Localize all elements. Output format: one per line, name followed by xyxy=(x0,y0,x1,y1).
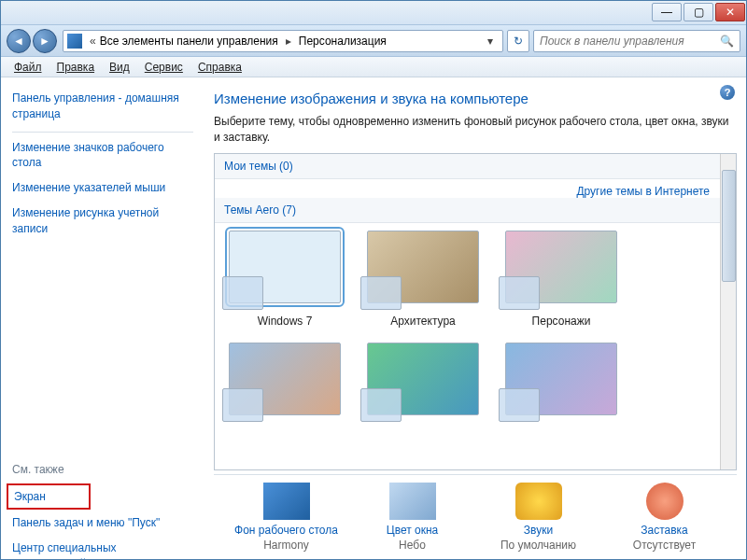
maximize-button[interactable]: ▢ xyxy=(684,3,713,21)
scroll-thumb[interactable] xyxy=(722,170,736,282)
breadcrumb-item[interactable]: Персонализация xyxy=(299,35,387,48)
dropdown-arrow-icon[interactable]: ▾ xyxy=(482,35,499,48)
more-themes-link[interactable]: Другие темы в Интернете xyxy=(576,185,710,198)
theme-item[interactable]: Архитектура xyxy=(362,231,484,328)
desktop-bg-icon xyxy=(263,483,310,520)
action-subtitle: По умолчанию xyxy=(500,539,576,552)
window-color-icon xyxy=(389,483,436,520)
window-overlay-icon xyxy=(222,276,263,310)
section-my-themes: Мои темы (0) xyxy=(215,154,736,179)
theme-item[interactable]: Персонажи xyxy=(500,231,622,328)
action-screensaver[interactable]: Заставка Отсутствует xyxy=(609,483,721,552)
action-title: Звуки xyxy=(524,524,553,537)
main-content: ? Изменение изображения и звука на компь… xyxy=(204,77,746,559)
action-sounds[interactable]: Звуки По умолчанию xyxy=(483,483,595,552)
breadcrumb-item[interactable]: Все элементы панели управления xyxy=(100,35,278,48)
action-title: Заставка xyxy=(641,524,688,537)
section-aero-themes: Темы Aero (7) xyxy=(215,198,736,223)
theme-thumbnail xyxy=(505,343,617,415)
sidebar: Панель управления - домашняя страница Из… xyxy=(1,77,204,559)
close-button[interactable]: ✕ xyxy=(715,3,745,21)
window-overlay-icon xyxy=(360,276,402,310)
chevron-right-icon: ▸ xyxy=(278,35,299,48)
theme-list-pane: Мои темы (0) Другие темы в Интернете Тем… xyxy=(214,153,737,470)
menu-file[interactable]: Файл xyxy=(7,59,49,76)
window-overlay-icon xyxy=(360,388,402,422)
scrollbar[interactable] xyxy=(720,154,736,469)
title-bar: — ▢ ✕ xyxy=(1,1,746,25)
action-title: Цвет окна xyxy=(387,524,438,537)
action-window-color[interactable]: Цвет окна Небо xyxy=(357,483,469,552)
chevron-icon: « xyxy=(90,35,96,48)
bottom-actions: Фон рабочего стола Harmony Цвет окна Неб… xyxy=(214,474,737,559)
help-icon[interactable]: ? xyxy=(720,85,735,100)
back-button[interactable]: ◄ xyxy=(7,29,31,53)
theme-item[interactable] xyxy=(500,343,622,415)
menu-help[interactable]: Справка xyxy=(190,59,249,76)
theme-item-selected[interactable]: Windows 7 xyxy=(224,231,345,328)
see-also-header: См. также xyxy=(12,463,193,476)
address-bar: ◄ ► « Все элементы панели управления ▸ П… xyxy=(1,25,746,57)
breadcrumb-bar[interactable]: « Все элементы панели управления ▸ Персо… xyxy=(63,30,503,52)
menu-view[interactable]: Вид xyxy=(102,59,137,76)
theme-thumbnail xyxy=(505,231,617,303)
action-subtitle: Небо xyxy=(399,539,426,552)
menu-tools[interactable]: Сервис xyxy=(137,59,190,76)
theme-label: Персонажи xyxy=(532,315,591,328)
sidebar-home-link[interactable]: Панель управления - домашняя страница xyxy=(12,91,193,122)
menu-bar: Файл Правка Вид Сервис Справка xyxy=(1,57,746,77)
menu-edit[interactable]: Правка xyxy=(49,59,103,76)
window-overlay-icon xyxy=(499,388,540,422)
sidebar-link-screen-highlighted[interactable]: Экран xyxy=(7,483,91,511)
window-overlay-icon xyxy=(499,276,540,310)
theme-thumbnail xyxy=(229,231,341,303)
window-overlay-icon xyxy=(222,388,263,422)
page-description: Выберите тему, чтобы одновременно измени… xyxy=(214,114,737,146)
sidebar-link-taskbar[interactable]: Панель задач и меню "Пуск" xyxy=(12,515,193,531)
theme-label: Windows 7 xyxy=(258,315,313,328)
sidebar-link-account-pic[interactable]: Изменение рисунка учетной записи xyxy=(12,205,193,237)
action-subtitle: Отсутствует xyxy=(633,539,696,552)
action-title: Фон рабочего стола xyxy=(234,524,338,537)
theme-item[interactable] xyxy=(224,343,345,415)
search-box[interactable]: 🔍 xyxy=(533,30,740,52)
theme-item[interactable] xyxy=(362,343,484,415)
action-desktop-bg[interactable]: Фон рабочего стола Harmony xyxy=(231,483,343,552)
minimize-button[interactable]: — xyxy=(652,3,682,21)
sidebar-link-pointers[interactable]: Изменение указателей мыши xyxy=(12,180,193,196)
sounds-icon xyxy=(515,483,562,520)
sidebar-link-accessibility[interactable]: Центр специальных возможностей xyxy=(12,540,193,560)
page-title: Изменение изображения и звука на компьют… xyxy=(214,91,737,106)
theme-label: Архитектура xyxy=(390,315,456,328)
screensaver-icon xyxy=(646,483,684,520)
search-input[interactable] xyxy=(540,35,720,48)
theme-thumbnail xyxy=(367,231,479,303)
refresh-button[interactable]: ↻ xyxy=(507,30,529,52)
control-panel-icon xyxy=(67,34,82,49)
action-subtitle: Harmony xyxy=(263,539,309,552)
search-icon[interactable]: 🔍 xyxy=(720,35,734,48)
theme-thumbnail xyxy=(229,343,341,415)
sidebar-link-icons[interactable]: Изменение значков рабочего стола xyxy=(12,140,193,172)
forward-button[interactable]: ► xyxy=(33,29,57,53)
theme-thumbnail xyxy=(367,343,479,415)
